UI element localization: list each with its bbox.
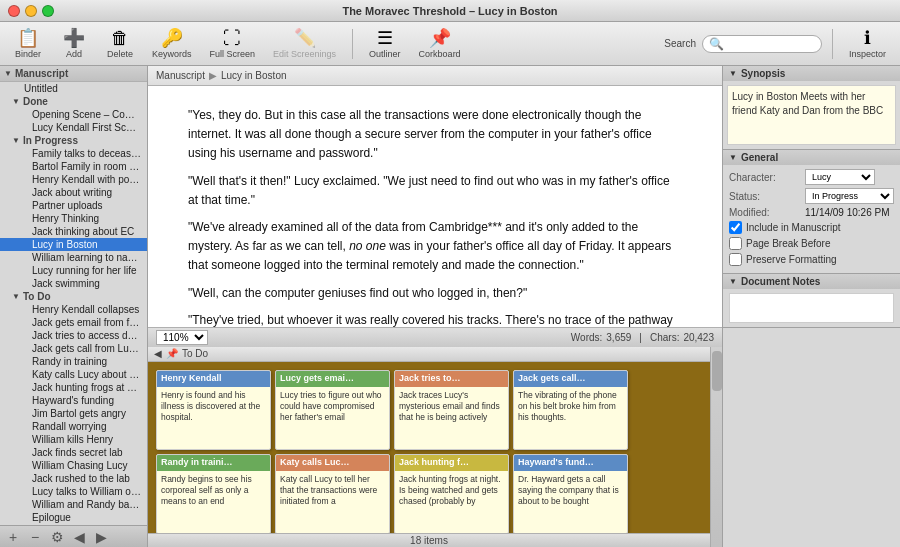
sidebar-item-opening-scene[interactable]: Opening Scene – Comput…	[0, 108, 147, 121]
sidebar-item-lucy-boston[interactable]: Lucy in Boston	[0, 238, 147, 251]
notes-triangle: ▼	[729, 277, 737, 286]
sidebar-done-header[interactable]: ▼Done	[0, 95, 147, 108]
sidebar-item-jack-email[interactable]: Jack gets email from fath…	[0, 316, 147, 329]
sidebar-item-jim-angry[interactable]: Jim Bartol gets angry	[0, 407, 147, 420]
sidebar-add-btn[interactable]: +	[4, 529, 22, 545]
zoom-control[interactable]: 110% 100% 125% 150%	[156, 330, 208, 345]
cork-card[interactable]: Lucy gets emai… Lucy tries to figure out…	[275, 370, 390, 450]
sidebar-item-randy-training[interactable]: Randy in training	[0, 355, 147, 368]
sidebar-item-jack-rushed[interactable]: Jack rushed to the lab	[0, 472, 147, 485]
scrollbar-thumb[interactable]	[712, 351, 722, 391]
sidebar-item-untitled[interactable]: Untitled	[0, 82, 147, 95]
sidebar-content: ▼ Manuscript Untitled ▼Done Opening Scen…	[0, 66, 147, 525]
sidebar-item-william-randy[interactable]: William and Randy battle	[0, 498, 147, 511]
sidebar-item-epilogue[interactable]: Epilogue	[0, 511, 147, 524]
binder-button[interactable]: 📋 Binder	[8, 27, 48, 61]
scrollbar[interactable]	[710, 347, 722, 548]
cork-card-title: Randy in traini…	[157, 455, 270, 471]
sidebar-item-william-navigate[interactable]: William learning to naviga…	[0, 251, 147, 264]
sidebar-item-hayward[interactable]: Hayward's funding	[0, 394, 147, 407]
sidebar: ▼ Manuscript Untitled ▼Done Opening Scen…	[0, 66, 148, 547]
character-select[interactable]: Lucy	[805, 169, 875, 185]
done-triangle: ▼	[12, 97, 20, 106]
cork-card[interactable]: Jack gets call… The vibrating of the pho…	[513, 370, 628, 450]
delete-button[interactable]: 🗑 Delete	[100, 27, 140, 61]
sidebar-item-bartol-family[interactable]: Bartol Family in room with…	[0, 160, 147, 173]
synopsis-text[interactable]: Lucy in Boston Meets with her friend Kat…	[727, 85, 896, 145]
cork-card-title: Jack gets call…	[514, 371, 627, 387]
general-header[interactable]: ▼ General	[723, 150, 900, 165]
inspector-button[interactable]: ℹ Inspector	[843, 27, 892, 61]
corkboard-area[interactable]: Henry Kendall Henry is found and his ill…	[148, 362, 710, 533]
sidebar-item-lucy-kendall-first[interactable]: Lucy Kendall First Scene	[0, 121, 147, 134]
fullscreen-button[interactable]: ⛶ Full Screen	[204, 27, 262, 61]
sidebar-nav-left[interactable]: ◀	[70, 529, 88, 545]
sidebar-item-jack-writing[interactable]: Jack about writing	[0, 186, 147, 199]
synopsis-section: ▼ Synopsis Lucy in Boston Meets with her…	[723, 66, 900, 150]
outliner-button[interactable]: ☰ Outliner	[363, 27, 407, 61]
sidebar-item-lucy-running[interactable]: Lucy running for her life	[0, 264, 147, 277]
sidebar-nav-right[interactable]: ▶	[92, 529, 110, 545]
cork-card[interactable]: Hayward's fund… Dr. Hayward gets a call …	[513, 454, 628, 533]
sidebar-manuscript-header[interactable]: ▼ Manuscript	[0, 66, 147, 82]
sidebar-item-henry-collapses[interactable]: Henry Kendall collapses	[0, 303, 147, 316]
page-break-label: Page Break Before	[746, 238, 831, 249]
zoom-select[interactable]: 110% 100% 125% 150%	[156, 330, 208, 345]
window-controls[interactable]	[8, 5, 54, 17]
cork-card-title: Hayward's fund…	[514, 455, 627, 471]
sidebar-item-henry-thinking[interactable]: Henry Thinking	[0, 212, 147, 225]
cork-card[interactable]: Jack hunting f… Jack hunting frogs at ni…	[394, 454, 509, 533]
sidebar-todo-header[interactable]: ▼To Do	[0, 290, 147, 303]
sidebar-item-jack-frogs[interactable]: Jack hunting frogs at night	[0, 381, 147, 394]
cork-card[interactable]: Jack tries to… Jack traces Lucy's myster…	[394, 370, 509, 450]
minimize-button[interactable]	[25, 5, 37, 17]
sidebar-inprogress-header[interactable]: ▼In Progress	[0, 134, 147, 147]
edit-screenings-button[interactable]: ✏️ Edit Screenings	[267, 27, 342, 61]
notes-header[interactable]: ▼ Document Notes	[723, 274, 900, 289]
sidebar-item-jack-swimming[interactable]: Jack swimming	[0, 277, 147, 290]
sidebar-item-partner-uploads[interactable]: Partner uploads	[0, 199, 147, 212]
corkboard-button[interactable]: 📌 Corkboard	[413, 27, 467, 61]
breadcrumb-arrow: ▶	[209, 70, 217, 81]
sidebar-item-william-chasing[interactable]: William Chasing Lucy	[0, 459, 147, 472]
include-checkbox[interactable]	[729, 221, 742, 234]
modified-value: 11/14/09 10:26 PM	[805, 207, 890, 218]
search-input[interactable]	[728, 38, 818, 50]
search-bar[interactable]: 🔍	[702, 35, 822, 53]
text-editor[interactable]: "Yes, they do. But in this case all the …	[148, 86, 722, 327]
synopsis-header-label: Synopsis	[741, 68, 785, 79]
sidebar-item-henry-kendall-police[interactable]: Henry Kendall with police …	[0, 173, 147, 186]
corkboard-label: Corkboard	[419, 49, 461, 59]
cork-card-body: Randy begins to see his corporeal self a…	[157, 471, 270, 510]
include-label: Include in Manuscript	[746, 222, 841, 233]
separator-words: |	[639, 332, 642, 343]
preserve-formatting-row: Preserve Formatting	[729, 253, 894, 266]
synopsis-header[interactable]: ▼ Synopsis	[723, 66, 900, 81]
sidebar-item-katy-calls[interactable]: Katy calls Lucy about lab	[0, 368, 147, 381]
maximize-button[interactable]	[42, 5, 54, 17]
separator-2	[832, 29, 833, 59]
corkboard-nav-left[interactable]: ◀	[154, 348, 162, 359]
sidebar-item-jack-ec[interactable]: Jack thinking about EC	[0, 225, 147, 238]
close-button[interactable]	[8, 5, 20, 17]
cork-card[interactable]: Katy calls Luc… Katy call Lucy to tell h…	[275, 454, 390, 533]
add-button[interactable]: ➕ Add	[54, 27, 94, 61]
status-select[interactable]: In Progress Done To Do	[805, 188, 894, 204]
cork-card[interactable]: Randy in traini… Randy begins to see his…	[156, 454, 271, 533]
sidebar-item-william-kills[interactable]: William kills Henry	[0, 433, 147, 446]
sidebar-item-jack-access[interactable]: Jack tries to access data	[0, 329, 147, 342]
page-break-checkbox[interactable]	[729, 237, 742, 250]
sidebar-gear-icon[interactable]: ⚙	[48, 529, 66, 545]
cork-card[interactable]: Henry Kendall Henry is found and his ill…	[156, 370, 271, 450]
sidebar-item-jack-secret[interactable]: Jack finds secret lab	[0, 446, 147, 459]
inspector-icon: ℹ	[864, 29, 871, 47]
sidebar-item-randall-worrying[interactable]: Randall worrying	[0, 420, 147, 433]
include-manuscript-row: Include in Manuscript	[729, 221, 894, 234]
sidebar-item-lucy-talks[interactable]: Lucy talks to William on th…	[0, 485, 147, 498]
preserve-checkbox[interactable]	[729, 253, 742, 266]
document-notes[interactable]	[729, 293, 894, 323]
sidebar-remove-btn[interactable]: −	[26, 529, 44, 545]
sidebar-item-family-talks[interactable]: Family talks to deceased r…	[0, 147, 147, 160]
keywords-button[interactable]: 🔑 Keywords	[146, 27, 198, 61]
sidebar-item-jack-call[interactable]: Jack gets call from Lucy a…	[0, 342, 147, 355]
